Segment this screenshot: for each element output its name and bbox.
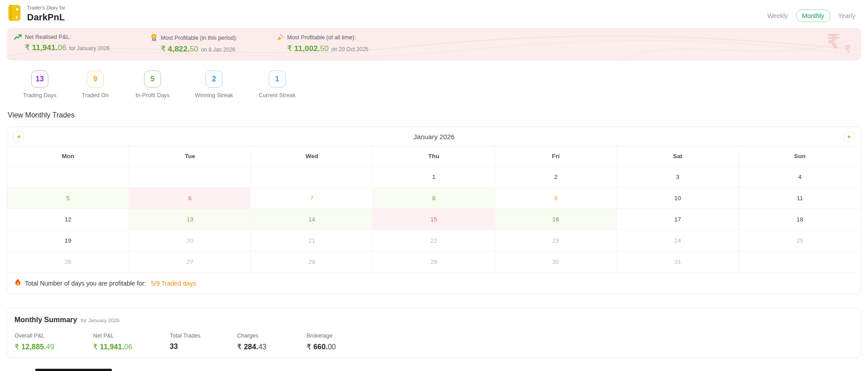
day-cell-2[interactable]: 2: [495, 166, 617, 187]
weekday-header-row: MonTueWedThuFriSatSun: [7, 146, 861, 166]
banner-stat-label-row: Net Realised P&L:: [14, 34, 150, 40]
stat-value-box[interactable]: 2: [205, 70, 223, 88]
account-name: DarkPnL: [27, 12, 65, 23]
day-cell-26[interactable]: 26: [7, 251, 129, 272]
stat-label: Current Streak: [259, 92, 295, 99]
day-cell-8[interactable]: 8: [373, 187, 495, 208]
rupee-symbol: ₹: [287, 44, 292, 53]
weekday-tue: Tue: [129, 146, 251, 166]
day-cell-12[interactable]: 12: [7, 208, 129, 230]
day-cell-17[interactable]: 17: [617, 208, 739, 230]
day-cell-29[interactable]: 29: [373, 251, 495, 272]
summary-item-net-p-l: Net P&L₹11,941.06: [93, 333, 170, 351]
calendar-footer: Total Number of days you are profitable …: [7, 272, 861, 294]
day-cell-1[interactable]: 1: [373, 166, 495, 187]
day-cell-20[interactable]: 20: [129, 230, 251, 251]
value-integer: 284.: [244, 343, 258, 351]
stat-value-box[interactable]: 9: [87, 70, 104, 88]
summary-item-brokerage: Brokerage₹660.00: [306, 333, 336, 351]
summary-title: Monthly Summary: [14, 316, 77, 324]
weekday-sat: Sat: [617, 146, 739, 166]
weekday-thu: Thu: [373, 146, 495, 166]
tab-weekly[interactable]: Weekly: [767, 12, 788, 19]
stat-value-box[interactable]: 1: [269, 70, 286, 88]
rupee-watermark-icon: ₹: [826, 30, 840, 53]
day-cell-6[interactable]: 6: [129, 187, 251, 208]
stat-label: Winning Streak: [195, 92, 233, 99]
summary-item-label: Charges: [237, 333, 306, 339]
day-cell-23[interactable]: 23: [495, 230, 617, 251]
banner-stat-label-row: Most Profitable (of all time):: [276, 34, 368, 41]
calendar-week-row-4: 19202122232425: [7, 230, 861, 251]
summary-item-label: Overall P&L: [14, 333, 93, 339]
stat-label: Traded On: [82, 92, 108, 99]
day-cell-7[interactable]: 7: [251, 187, 373, 208]
stat-value-box[interactable]: 5: [144, 70, 161, 88]
day-cell-24[interactable]: 24: [617, 230, 739, 251]
monthly-summary-card: Monthly Summary for January 2026 Overall…: [7, 308, 861, 358]
weekday-mon: Mon: [7, 146, 129, 166]
day-cell-9[interactable]: 9: [495, 187, 617, 208]
calendar-month-title: January 2026: [7, 133, 861, 141]
day-cell-3[interactable]: 3: [617, 166, 739, 187]
party-popper-icon: [276, 34, 284, 41]
stat-traded-on: 9Traded On: [68, 70, 123, 99]
tab-monthly[interactable]: Monthly: [796, 9, 831, 22]
trending-up-icon: [14, 34, 22, 40]
day-cell-28[interactable]: 28: [251, 251, 373, 272]
value-suffix: on 20 Oct 2025: [331, 46, 368, 52]
value-suffix: for January 2026: [69, 45, 110, 52]
day-cell-11[interactable]: 11: [739, 187, 861, 208]
day-cell-10[interactable]: 10: [617, 187, 739, 208]
rupee-symbol: ₹: [237, 343, 241, 351]
value-integer: 4,822.: [168, 45, 190, 54]
day-cell-13[interactable]: 13: [129, 208, 251, 230]
value-integer: 33: [170, 343, 178, 351]
fire-icon: [15, 279, 21, 287]
day-cell-16[interactable]: 16: [495, 208, 617, 230]
value-decimal: 50: [190, 45, 198, 54]
stat-label: In-Profit Days: [135, 92, 170, 99]
profitable-days-label: Total Number of days you are profitable …: [25, 280, 146, 287]
tab-yearly[interactable]: Yearly: [838, 12, 855, 19]
calendar-week-row-5: 262728293031: [7, 251, 861, 272]
day-cell-22[interactable]: 22: [373, 230, 495, 251]
stat-boxes-row: 13Trading Days9Traded On5In-Profit Days2…: [0, 61, 868, 99]
value-integer: 11,941.: [100, 343, 124, 351]
chevron-left-icon: ◀: [17, 134, 20, 139]
calendar-header: January 2026 ◀ ▶: [7, 127, 861, 146]
next-month-button[interactable]: ▶: [844, 131, 855, 142]
day-cell-5[interactable]: 5: [7, 187, 129, 208]
day-cell-18[interactable]: 18: [739, 208, 861, 230]
stat-label: Trading Days: [23, 92, 56, 99]
banner-stat-value: ₹4,822.50on 8 Jan 2026: [161, 44, 276, 54]
day-cell-30[interactable]: 30: [495, 251, 617, 272]
day-cell-14[interactable]: 14: [251, 208, 373, 230]
day-cell-19[interactable]: 19: [7, 230, 129, 251]
value-integer: 660.: [313, 343, 328, 351]
day-cell-25[interactable]: 25: [739, 230, 861, 251]
day-cell-31[interactable]: 31: [617, 251, 739, 272]
value-decimal: 06: [124, 343, 132, 351]
value-decimal: 00: [328, 343, 336, 351]
day-cell-4[interactable]: 4: [739, 166, 861, 187]
rupee-watermark-small-icon: ₹: [844, 43, 851, 55]
stat-value-box[interactable]: 13: [31, 70, 48, 88]
prev-month-button[interactable]: ◀: [13, 131, 24, 142]
stat-trading-days: 13Trading Days: [12, 70, 68, 99]
banner-stat-1: Net Realised P&L:₹11,941.06for January 2…: [14, 34, 150, 54]
day-cell-empty: [739, 251, 861, 272]
value-integer: 11,941.: [32, 43, 58, 52]
banner-stat-value: ₹11,002.50on 20 Oct 2025: [287, 44, 368, 53]
calendar-grid: 1234567891011121314151617181920212223242…: [7, 166, 861, 272]
summary-item-label: Net P&L: [93, 333, 170, 339]
profitable-days-value: 5/9 Traded days: [151, 280, 196, 287]
day-cell-15[interactable]: 15: [373, 208, 495, 230]
day-cell-27[interactable]: 27: [129, 251, 251, 272]
value-integer: 11,002.: [294, 44, 320, 53]
diary-label: Trader's Diary for: [27, 5, 65, 10]
rupee-symbol: ₹: [93, 343, 97, 351]
summary-item-label: Total Trades: [170, 333, 237, 339]
day-cell-empty: [7, 166, 129, 187]
day-cell-21[interactable]: 21: [251, 230, 373, 251]
